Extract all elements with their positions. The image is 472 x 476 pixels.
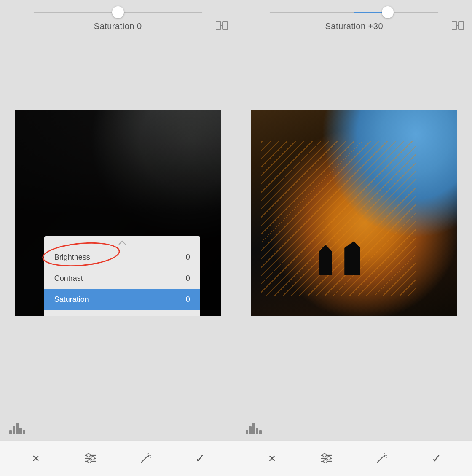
svg-rect-0 [216, 22, 221, 29]
left-image-area: Brightness 0 Contrast 0 Saturation 0 Amb… [15, 110, 221, 316]
right-image-area [251, 110, 457, 316]
right-toolbar: × ✓ [236, 440, 472, 476]
svg-rect-1 [223, 22, 228, 29]
right-check-button[interactable]: ✓ [426, 448, 447, 469]
svg-point-8 [88, 460, 91, 463]
left-slider-thumb[interactable] [112, 6, 124, 18]
left-close-button[interactable]: × [25, 448, 46, 469]
left-compare-button[interactable] [216, 21, 228, 32]
left-slider-track[interactable] [34, 12, 202, 13]
left-panel: Saturation 0 Brightness 0 Contrast 0 [0, 0, 236, 476]
right-wand-button[interactable] [371, 448, 392, 469]
right-photo-inner [251, 110, 457, 316]
svg-line-25 [377, 457, 383, 463]
left-check-button[interactable]: ✓ [190, 448, 211, 469]
svg-point-24 [324, 460, 327, 463]
right-compare-button[interactable] [452, 21, 464, 32]
svg-line-29 [386, 454, 386, 454]
contrast-row[interactable]: Contrast 0 [44, 268, 200, 289]
right-panel: Saturation +30 × [236, 0, 472, 476]
left-title-row: Saturation 0 [0, 17, 236, 36]
svg-line-13 [150, 454, 150, 454]
contrast-label: Contrast [54, 274, 83, 283]
svg-line-14 [148, 454, 148, 454]
right-slider-container[interactable] [236, 0, 472, 17]
svg-point-6 [91, 457, 94, 460]
svg-rect-16 [452, 22, 457, 29]
saturation-label: Saturation [54, 295, 89, 304]
left-wand-button[interactable] [135, 448, 156, 469]
svg-point-20 [323, 454, 326, 457]
left-toolbar: × ✓ [0, 440, 236, 476]
left-sliders-button[interactable] [80, 448, 101, 469]
svg-line-31 [386, 457, 387, 457]
svg-marker-26 [383, 455, 386, 457]
left-slider-container[interactable] [0, 0, 236, 17]
brightness-value: 0 [186, 253, 190, 262]
right-panel-title: Saturation +30 [325, 22, 383, 31]
right-histogram-icon[interactable] [246, 421, 262, 434]
svg-point-22 [327, 457, 330, 460]
right-title-row: Saturation +30 [236, 17, 472, 36]
ambiance-row[interactable]: Ambiance 0 [44, 310, 200, 316]
svg-line-9 [141, 457, 147, 463]
left-histogram-icon[interactable] [9, 421, 25, 434]
right-photo [251, 110, 457, 316]
right-sliders-button[interactable] [316, 448, 337, 469]
saturation-value: 0 [186, 295, 190, 304]
contrast-value: 0 [186, 274, 190, 283]
right-slider-thumb[interactable] [382, 6, 394, 18]
svg-marker-10 [147, 455, 150, 457]
left-panel-title: Saturation 0 [94, 22, 142, 31]
saturation-row[interactable]: Saturation 0 [44, 289, 200, 310]
right-close-button[interactable]: × [261, 448, 282, 469]
svg-point-4 [87, 454, 90, 457]
svg-line-15 [150, 457, 151, 457]
right-slider-track[interactable] [270, 12, 438, 13]
svg-line-30 [384, 454, 384, 454]
svg-rect-17 [459, 22, 464, 29]
